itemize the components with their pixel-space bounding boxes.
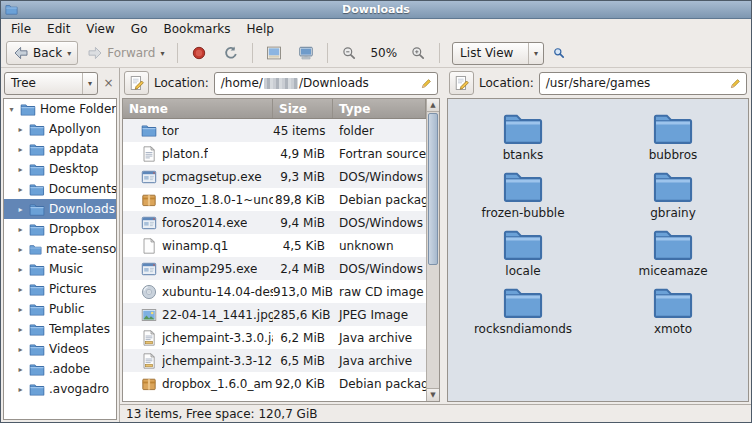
- expander-closed-icon[interactable]: ▸: [16, 145, 25, 154]
- file-row[interactable]: foros2014.exe9,4 MiBDOS/Windows ex...: [123, 211, 426, 234]
- file-row[interactable]: xubuntu-14.04-deskt...913,0 MiBraw CD im…: [123, 280, 426, 303]
- folder-icon: [29, 303, 45, 316]
- stop-button[interactable]: [184, 41, 214, 65]
- expander-closed-icon[interactable]: ▸: [16, 365, 25, 374]
- expander-closed-icon[interactable]: ▸: [16, 285, 25, 294]
- zoom-out-button[interactable]: [334, 41, 364, 65]
- folder-item-gbrainy[interactable]: gbrainy: [614, 169, 732, 227]
- file-row[interactable]: pcmagsetup.exe9,3 MiBDOS/Windows ex...: [123, 165, 426, 188]
- file-list-scrollbar[interactable]: ▲ ▼: [426, 99, 439, 401]
- sidebar-item-avogadro[interactable]: ▸.avogadro: [4, 379, 116, 399]
- expander-closed-icon[interactable]: ▸: [16, 205, 25, 214]
- file-row[interactable]: platon.f4,9 MiBFortran source co...: [123, 142, 426, 165]
- file-row[interactable]: jchempaint-3.3.0.jar6,2 MiBJava archive: [123, 326, 426, 349]
- forward-history-chevron-icon[interactable]: ▾: [160, 49, 164, 58]
- file-row[interactable]: jchempaint-3.3-1210...6,5 MiBJava archiv…: [123, 349, 426, 372]
- edit-location-button[interactable]: [124, 71, 149, 95]
- file-row[interactable]: winamp295.exe2,4 MiBDOS/Windows ex...: [123, 257, 426, 280]
- sidebar-item-label: Home Folder: [40, 102, 116, 116]
- file-row[interactable]: dropbox_1.6.0_amd6...92,0 KiBDebian pack…: [123, 372, 426, 395]
- folder-item-btanks[interactable]: btanks: [464, 111, 582, 169]
- sidebar-item-home-folder[interactable]: ▾Home Folder: [4, 99, 116, 119]
- reload-button[interactable]: [216, 41, 246, 65]
- column-header-type[interactable]: Type: [333, 99, 426, 118]
- folder-label: btanks: [503, 148, 543, 162]
- sidebar-item-public[interactable]: ▸Public: [4, 299, 116, 319]
- scrollbar-thumb[interactable]: [428, 113, 438, 265]
- search-button[interactable]: [546, 41, 572, 65]
- folder-item-bubbros[interactable]: bubbros: [614, 111, 732, 169]
- sidebar-view-selector[interactable]: Tree ▾: [4, 72, 98, 95]
- file-row[interactable]: mozo_1.8.0-1~unoffi...89,8 KiBDebian pac…: [123, 188, 426, 211]
- sidebar-item-videos[interactable]: ▸Videos: [4, 339, 116, 359]
- computer-button[interactable]: [291, 41, 321, 65]
- folder-item-miceamaze[interactable]: miceamaze: [614, 227, 732, 285]
- window-icon: [5, 4, 18, 15]
- menu-bookmarks[interactable]: Bookmarks: [155, 20, 238, 38]
- edit-location-button[interactable]: [449, 71, 474, 95]
- file-name: platon.f: [162, 147, 208, 161]
- expander-closed-icon[interactable]: ▸: [16, 385, 25, 394]
- expander-closed-icon[interactable]: ▸: [16, 125, 25, 134]
- left-location-input[interactable]: /home/ /Downloads: [214, 72, 438, 95]
- folder-tree: ▾Home Folder▸Apollyon▸appdata▸Desktop▸Do…: [3, 98, 117, 420]
- scroll-down-icon[interactable]: ▼: [427, 388, 439, 401]
- expander-closed-icon[interactable]: ▸: [16, 305, 25, 314]
- column-header-name[interactable]: Name: [123, 99, 273, 118]
- computer-icon: [298, 45, 314, 61]
- expander-closed-icon[interactable]: ▸: [16, 245, 25, 254]
- sidebar-item-templates[interactable]: ▸Templates: [4, 319, 116, 339]
- menu-help[interactable]: Help: [239, 20, 282, 38]
- sidebar-item-desktop[interactable]: ▸Desktop: [4, 159, 116, 179]
- file-size: 45 items: [273, 124, 333, 138]
- file-name-cell: mozo_1.8.0-1~unoffi...: [123, 192, 273, 208]
- folder-item-locale[interactable]: locale: [464, 227, 582, 285]
- expander-closed-icon[interactable]: ▸: [16, 185, 25, 194]
- menu-view[interactable]: View: [78, 20, 122, 38]
- column-header-size[interactable]: Size: [273, 99, 333, 118]
- file-size: 2,4 MiB: [273, 262, 333, 276]
- expander-closed-icon[interactable]: ▸: [16, 265, 25, 274]
- menu-file[interactable]: File: [3, 20, 39, 38]
- folder-label: rocksndiamonds: [474, 322, 572, 336]
- sidebar-item-label: Apollyon: [49, 122, 101, 136]
- file-name: mozo_1.8.0-1~unoffi...: [162, 193, 273, 207]
- sidebar-item-mate-sensors[interactable]: ▸mate-sensors-: [4, 239, 116, 259]
- menu-go[interactable]: Go: [123, 20, 156, 38]
- forward-button[interactable]: Forward ▾: [80, 41, 171, 65]
- scroll-up-icon[interactable]: ▲: [427, 99, 439, 112]
- sidebar-item-downloads[interactable]: ▸Downloads: [4, 199, 116, 219]
- menu-edit[interactable]: Edit: [39, 20, 78, 38]
- sidebar-item-adobe[interactable]: ▸.adobe: [4, 359, 116, 379]
- folder-item-rocksndiamonds[interactable]: rocksndiamonds: [464, 285, 582, 343]
- sidebar-item-appdata[interactable]: ▸appdata: [4, 139, 116, 159]
- home-button[interactable]: [259, 41, 289, 65]
- folder-icon: [502, 169, 544, 203]
- view-mode-selector[interactable]: List View ▾: [452, 42, 544, 65]
- sidebar-item-dropbox[interactable]: ▸Dropbox: [4, 219, 116, 239]
- sidebar-item-label: Public: [49, 302, 85, 316]
- expander-closed-icon[interactable]: ▸: [16, 325, 25, 334]
- folder-item-frozen-bubble[interactable]: frozen-bubble: [464, 169, 582, 227]
- expander-closed-icon[interactable]: ▸: [16, 345, 25, 354]
- expander-closed-icon[interactable]: ▸: [16, 165, 25, 174]
- back-history-chevron-icon[interactable]: ▾: [67, 49, 71, 58]
- status-text: 13 items, Free space: 120,7 GiB: [126, 407, 317, 421]
- file-row[interactable]: tor45 itemsfolder: [123, 119, 426, 142]
- close-sidebar-button[interactable]: ×: [100, 73, 117, 93]
- expander-closed-icon[interactable]: ▸: [16, 225, 25, 234]
- expander-open-icon[interactable]: ▾: [7, 105, 16, 114]
- sidebar-item-documents[interactable]: ▸Documents: [4, 179, 116, 199]
- back-button[interactable]: Back ▾: [6, 41, 78, 65]
- right-location-input[interactable]: /usr/share/games: [539, 72, 747, 95]
- folder-icon: [29, 163, 45, 176]
- folder-item-xmoto[interactable]: xmoto: [614, 285, 732, 343]
- titlebar[interactable]: Downloads: [1, 1, 751, 19]
- file-row[interactable]: 22-04-14_1441.jpg285,6 KiBJPEG Image: [123, 303, 426, 326]
- sidebar-item-music[interactable]: ▸Music: [4, 259, 116, 279]
- sidebar-item-apollyon[interactable]: ▸Apollyon: [4, 119, 116, 139]
- sidebar-item-pictures[interactable]: ▸Pictures: [4, 279, 116, 299]
- zoom-in-button[interactable]: [403, 41, 433, 65]
- jar-file-icon: [141, 353, 157, 369]
- file-row[interactable]: winamp.q14,5 KiBunknown: [123, 234, 426, 257]
